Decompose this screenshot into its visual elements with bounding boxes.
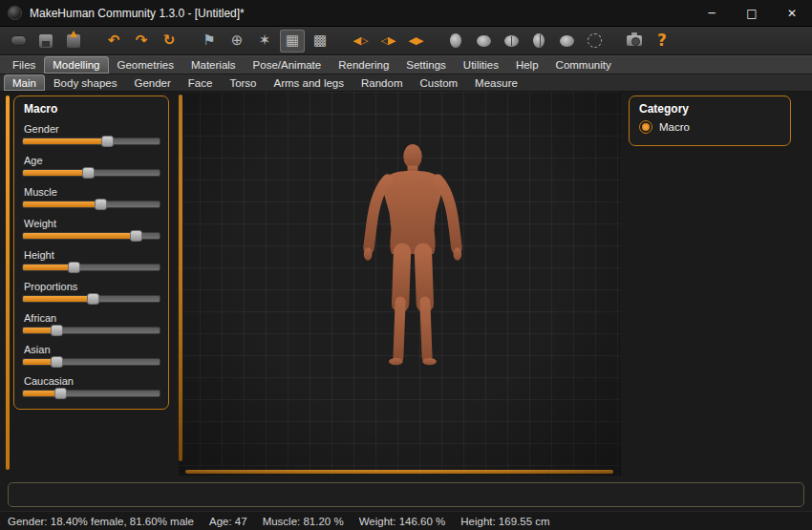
tab-files[interactable]: Files [4,56,44,74]
muscle-slider[interactable] [22,201,160,208]
gender-slider-handle[interactable] [101,136,114,147]
progress-bar-track [8,482,804,507]
slider-row-caucasian: Caucasian [22,375,160,397]
body-side-view-icon[interactable] [554,30,579,53]
macro-panel-title: Macro [24,102,160,116]
african-slider-handle[interactable] [51,325,63,336]
background-checker-icon[interactable]: ▩ [308,30,332,53]
caucasian-slider-handle[interactable] [54,388,67,399]
mirror-both-icon[interactable]: ◀▶ [403,30,428,53]
asian-slider[interactable] [22,358,160,366]
redo-icon[interactable]: ↷ [129,30,154,53]
new-file-icon[interactable] [6,30,31,53]
category-option-macro[interactable]: Macro [639,120,782,134]
tab-community[interactable]: Community [547,56,620,74]
subtab-gender[interactable]: Gender [125,74,179,91]
subtab-arms-and-legs[interactable]: Arms and legs [266,74,353,91]
status-weight: Weight: 146.60 % [359,516,446,527]
proportions-slider-handle[interactable] [87,293,99,305]
subtab-custom[interactable]: Custom [411,74,466,91]
slider-row-proportions: Proportions [22,281,160,303]
muscle-slider-handle[interactable] [95,199,107,210]
window-controls: ─ □ ✕ [692,0,812,26]
tab-modelling[interactable]: Modelling [44,56,108,74]
head-split-view-icon[interactable] [499,30,524,53]
viewport-vertical-scrollbar[interactable] [179,95,182,461]
pose-icon[interactable]: ✶ [252,30,277,53]
tab-help[interactable]: Help [507,56,547,74]
slider-row-gender: Gender [22,123,160,145]
title-bar: MakeHuman Community 1.3.0 - [Untitled]* … [0,0,812,27]
slider-row-asian: Asian [22,344,160,366]
age-slider[interactable] [22,169,160,177]
slider-row-african: African [22,312,160,334]
status-gender: Gender: 18.40% female, 81.60% male [8,516,194,527]
human-model [343,141,482,420]
subtab-torso[interactable]: Torso [221,74,265,91]
face-side-view-icon[interactable] [471,30,496,53]
subtab-random[interactable]: Random [353,74,411,91]
modelling-sub-tabs: Main Body shapes Gender Face Torso Arms … [0,74,812,92]
height-slider[interactable] [22,264,160,271]
subtab-face[interactable]: Face [180,74,222,91]
window-title: MakeHuman Community 1.3.0 - [Untitled]* [30,7,245,20]
subtab-body-shapes[interactable]: Body shapes [45,74,126,91]
tab-settings[interactable]: Settings [397,56,455,74]
gender-slider[interactable] [22,138,160,145]
grab-screenshot-icon[interactable] [622,30,647,53]
status-bar: Gender: 18.40% female, 81.60% male Age: … [0,511,812,530]
help-icon[interactable]: ? [650,30,674,53]
minimize-button[interactable]: ─ [692,0,732,26]
slider-row-age: Age [22,155,160,177]
category-panel: Category Macro [629,95,791,146]
proportions-slider[interactable] [22,295,160,303]
face-front-view-icon[interactable] [443,30,468,53]
status-age: Age: 47 [209,516,247,527]
mirror-left-icon[interactable]: ◀▷ [348,30,373,53]
asian-slider-handle[interactable] [51,356,63,368]
category-panel-title: Category [639,102,782,116]
status-height: Height: 169.55 cm [460,516,549,527]
age-slider-handle[interactable] [82,167,95,179]
close-button[interactable]: ✕ [772,0,812,26]
app-logo-icon [8,6,22,20]
tab-utilities[interactable]: Utilities [455,56,507,74]
3d-viewport[interactable] [178,92,621,476]
status-muscle: Muscle: 81.20 % [263,516,344,527]
african-slider[interactable] [22,327,160,334]
tab-materials[interactable]: Materials [182,56,245,74]
slider-row-height: Height [22,249,160,271]
body-front-view-icon[interactable] [526,30,551,53]
height-slider-handle[interactable] [68,262,80,273]
wireframe-icon[interactable]: ⊕ [224,30,249,53]
grid-icon[interactable]: ▦ [280,30,305,53]
radio-selected-icon [639,120,652,134]
caucasian-slider[interactable] [22,390,160,397]
slider-row-muscle: Muscle [22,186,160,208]
left-panel-scrollbar[interactable] [6,95,10,470]
orbit-view-icon[interactable] [582,30,607,53]
toolbar: ↶ ↷ ↻ ⚑ ⊕ ✶ ▦ ▩ ◀▷ ◁▶ ◀▶ ? [0,27,812,55]
viewport-horizontal-scrollbar[interactable] [185,470,613,474]
tab-pose-animate[interactable]: Pose/Animate [245,56,331,74]
load-file-icon[interactable] [33,30,58,53]
slider-row-weight: Weight [22,218,160,240]
main-menu-tabs: Files Modelling Geometries Materials Pos… [0,55,812,74]
smooth-icon[interactable]: ⚑ [197,30,222,53]
tab-rendering[interactable]: Rendering [330,56,397,74]
weight-slider-handle[interactable] [130,230,142,242]
maximize-button[interactable]: □ [732,0,772,26]
mirror-right-icon[interactable]: ◁▶ [375,30,400,53]
reset-icon[interactable]: ↻ [157,30,182,53]
weight-slider[interactable] [22,232,160,240]
tab-geometries[interactable]: Geometries [109,56,182,74]
undo-icon[interactable]: ↶ [101,30,126,53]
subtab-measure[interactable]: Measure [466,74,526,91]
macro-panel: Macro Gender Age Muscle Weight Height [13,95,169,410]
save-file-icon[interactable] [61,30,86,53]
subtab-main[interactable]: Main [4,74,45,91]
